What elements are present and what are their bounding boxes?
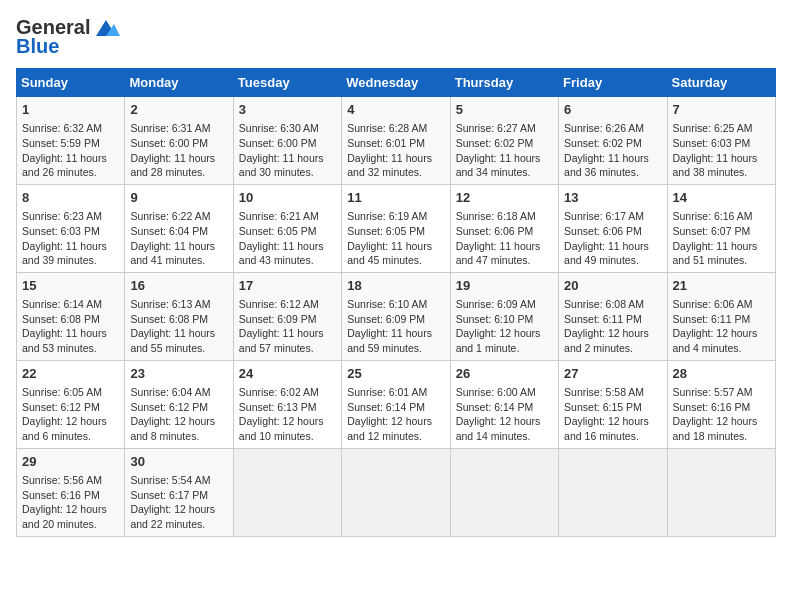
calendar-cell: 15Sunrise: 6:14 AM Sunset: 6:08 PM Dayli… (17, 272, 125, 360)
day-info: Sunrise: 6:09 AM Sunset: 6:10 PM Dayligh… (456, 297, 553, 356)
day-info: Sunrise: 6:27 AM Sunset: 6:02 PM Dayligh… (456, 121, 553, 180)
day-info: Sunrise: 6:22 AM Sunset: 6:04 PM Dayligh… (130, 209, 227, 268)
day-header-tuesday: Tuesday (233, 69, 341, 97)
calendar-cell: 25Sunrise: 6:01 AM Sunset: 6:14 PM Dayli… (342, 360, 450, 448)
day-info: Sunrise: 6:14 AM Sunset: 6:08 PM Dayligh… (22, 297, 119, 356)
day-number: 11 (347, 189, 444, 207)
calendar-cell (559, 448, 667, 536)
day-number: 3 (239, 101, 336, 119)
day-info: Sunrise: 6:04 AM Sunset: 6:12 PM Dayligh… (130, 385, 227, 444)
day-info: Sunrise: 6:13 AM Sunset: 6:08 PM Dayligh… (130, 297, 227, 356)
calendar-cell: 24Sunrise: 6:02 AM Sunset: 6:13 PM Dayli… (233, 360, 341, 448)
day-header-monday: Monday (125, 69, 233, 97)
calendar-cell (342, 448, 450, 536)
calendar-cell: 13Sunrise: 6:17 AM Sunset: 6:06 PM Dayli… (559, 184, 667, 272)
day-number: 6 (564, 101, 661, 119)
calendar-cell: 1Sunrise: 6:32 AM Sunset: 5:59 PM Daylig… (17, 97, 125, 185)
calendar-cell: 16Sunrise: 6:13 AM Sunset: 6:08 PM Dayli… (125, 272, 233, 360)
day-number: 18 (347, 277, 444, 295)
day-info: Sunrise: 6:31 AM Sunset: 6:00 PM Dayligh… (130, 121, 227, 180)
day-number: 8 (22, 189, 119, 207)
calendar-week-4: 22Sunrise: 6:05 AM Sunset: 6:12 PM Dayli… (17, 360, 776, 448)
day-info: Sunrise: 6:19 AM Sunset: 6:05 PM Dayligh… (347, 209, 444, 268)
calendar-table: SundayMondayTuesdayWednesdayThursdayFrid… (16, 68, 776, 537)
calendar-cell: 7Sunrise: 6:25 AM Sunset: 6:03 PM Daylig… (667, 97, 775, 185)
day-info: Sunrise: 6:05 AM Sunset: 6:12 PM Dayligh… (22, 385, 119, 444)
calendar-week-1: 1Sunrise: 6:32 AM Sunset: 5:59 PM Daylig… (17, 97, 776, 185)
day-info: Sunrise: 5:54 AM Sunset: 6:17 PM Dayligh… (130, 473, 227, 532)
logo-icon (92, 18, 120, 38)
day-number: 17 (239, 277, 336, 295)
day-number: 22 (22, 365, 119, 383)
day-number: 29 (22, 453, 119, 471)
calendar-cell: 30Sunrise: 5:54 AM Sunset: 6:17 PM Dayli… (125, 448, 233, 536)
calendar-cell: 4Sunrise: 6:28 AM Sunset: 6:01 PM Daylig… (342, 97, 450, 185)
day-number: 19 (456, 277, 553, 295)
calendar-cell (450, 448, 558, 536)
day-info: Sunrise: 6:12 AM Sunset: 6:09 PM Dayligh… (239, 297, 336, 356)
day-number: 13 (564, 189, 661, 207)
day-number: 7 (673, 101, 770, 119)
day-header-thursday: Thursday (450, 69, 558, 97)
calendar-cell: 21Sunrise: 6:06 AM Sunset: 6:11 PM Dayli… (667, 272, 775, 360)
day-number: 25 (347, 365, 444, 383)
calendar-cell: 10Sunrise: 6:21 AM Sunset: 6:05 PM Dayli… (233, 184, 341, 272)
day-info: Sunrise: 6:32 AM Sunset: 5:59 PM Dayligh… (22, 121, 119, 180)
day-info: Sunrise: 6:17 AM Sunset: 6:06 PM Dayligh… (564, 209, 661, 268)
calendar-cell: 9Sunrise: 6:22 AM Sunset: 6:04 PM Daylig… (125, 184, 233, 272)
day-number: 4 (347, 101, 444, 119)
calendar-cell: 6Sunrise: 6:26 AM Sunset: 6:02 PM Daylig… (559, 97, 667, 185)
calendar-cell: 5Sunrise: 6:27 AM Sunset: 6:02 PM Daylig… (450, 97, 558, 185)
day-info: Sunrise: 6:01 AM Sunset: 6:14 PM Dayligh… (347, 385, 444, 444)
day-number: 30 (130, 453, 227, 471)
day-info: Sunrise: 6:18 AM Sunset: 6:06 PM Dayligh… (456, 209, 553, 268)
day-number: 16 (130, 277, 227, 295)
day-info: Sunrise: 6:10 AM Sunset: 6:09 PM Dayligh… (347, 297, 444, 356)
day-number: 27 (564, 365, 661, 383)
day-number: 20 (564, 277, 661, 295)
day-number: 9 (130, 189, 227, 207)
calendar-cell: 27Sunrise: 5:58 AM Sunset: 6:15 PM Dayli… (559, 360, 667, 448)
calendar-cell: 22Sunrise: 6:05 AM Sunset: 6:12 PM Dayli… (17, 360, 125, 448)
day-info: Sunrise: 6:21 AM Sunset: 6:05 PM Dayligh… (239, 209, 336, 268)
calendar-cell: 20Sunrise: 6:08 AM Sunset: 6:11 PM Dayli… (559, 272, 667, 360)
calendar-cell: 11Sunrise: 6:19 AM Sunset: 6:05 PM Dayli… (342, 184, 450, 272)
calendar-week-3: 15Sunrise: 6:14 AM Sunset: 6:08 PM Dayli… (17, 272, 776, 360)
logo: General Blue (16, 16, 120, 58)
day-number: 28 (673, 365, 770, 383)
day-info: Sunrise: 6:08 AM Sunset: 6:11 PM Dayligh… (564, 297, 661, 356)
day-info: Sunrise: 5:57 AM Sunset: 6:16 PM Dayligh… (673, 385, 770, 444)
day-number: 2 (130, 101, 227, 119)
day-info: Sunrise: 6:02 AM Sunset: 6:13 PM Dayligh… (239, 385, 336, 444)
day-info: Sunrise: 6:30 AM Sunset: 6:00 PM Dayligh… (239, 121, 336, 180)
logo-blue: Blue (16, 35, 59, 58)
calendar-week-2: 8Sunrise: 6:23 AM Sunset: 6:03 PM Daylig… (17, 184, 776, 272)
day-header-wednesday: Wednesday (342, 69, 450, 97)
calendar-cell: 14Sunrise: 6:16 AM Sunset: 6:07 PM Dayli… (667, 184, 775, 272)
day-info: Sunrise: 6:28 AM Sunset: 6:01 PM Dayligh… (347, 121, 444, 180)
day-info: Sunrise: 5:58 AM Sunset: 6:15 PM Dayligh… (564, 385, 661, 444)
calendar-cell: 26Sunrise: 6:00 AM Sunset: 6:14 PM Dayli… (450, 360, 558, 448)
calendar-week-5: 29Sunrise: 5:56 AM Sunset: 6:16 PM Dayli… (17, 448, 776, 536)
day-header-saturday: Saturday (667, 69, 775, 97)
day-info: Sunrise: 6:25 AM Sunset: 6:03 PM Dayligh… (673, 121, 770, 180)
day-number: 26 (456, 365, 553, 383)
calendar-cell: 29Sunrise: 5:56 AM Sunset: 6:16 PM Dayli… (17, 448, 125, 536)
calendar-cell: 12Sunrise: 6:18 AM Sunset: 6:06 PM Dayli… (450, 184, 558, 272)
calendar-cell: 3Sunrise: 6:30 AM Sunset: 6:00 PM Daylig… (233, 97, 341, 185)
day-number: 14 (673, 189, 770, 207)
day-number: 24 (239, 365, 336, 383)
day-header-sunday: Sunday (17, 69, 125, 97)
calendar-cell: 19Sunrise: 6:09 AM Sunset: 6:10 PM Dayli… (450, 272, 558, 360)
calendar-cell: 8Sunrise: 6:23 AM Sunset: 6:03 PM Daylig… (17, 184, 125, 272)
day-number: 12 (456, 189, 553, 207)
day-info: Sunrise: 6:06 AM Sunset: 6:11 PM Dayligh… (673, 297, 770, 356)
calendar-cell: 2Sunrise: 6:31 AM Sunset: 6:00 PM Daylig… (125, 97, 233, 185)
day-number: 10 (239, 189, 336, 207)
day-info: Sunrise: 5:56 AM Sunset: 6:16 PM Dayligh… (22, 473, 119, 532)
day-number: 15 (22, 277, 119, 295)
day-number: 1 (22, 101, 119, 119)
day-info: Sunrise: 6:26 AM Sunset: 6:02 PM Dayligh… (564, 121, 661, 180)
day-info: Sunrise: 6:23 AM Sunset: 6:03 PM Dayligh… (22, 209, 119, 268)
calendar-header-row: SundayMondayTuesdayWednesdayThursdayFrid… (17, 69, 776, 97)
